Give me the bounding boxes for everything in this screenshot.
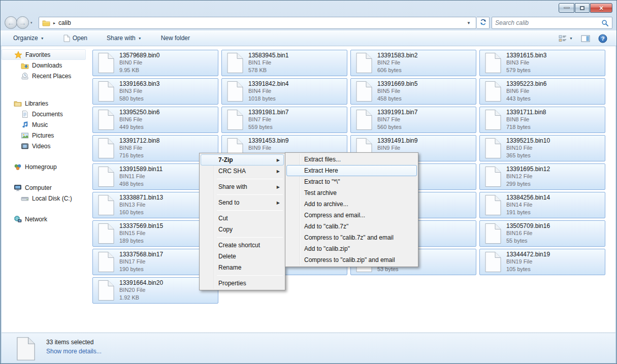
file-name: 13391491.bin9 xyxy=(377,137,417,144)
organize-button[interactable]: Organize▼ xyxy=(13,35,44,42)
file-tile-13391695-bin12[interactable]: 13391695.bin12BIN12 File299 bytes xyxy=(479,163,605,190)
search-input[interactable] xyxy=(495,18,601,28)
menu-item-cut[interactable]: Cut xyxy=(201,213,284,224)
sidebar-item-videos[interactable]: Videos xyxy=(2,141,86,151)
menu-item-crc-sha[interactable]: CRC SHA▶ xyxy=(201,166,284,177)
breadcrumb-arrow-icon[interactable]: ▸ xyxy=(53,21,55,25)
menu-item-copy[interactable]: Copy xyxy=(201,224,284,235)
back-button[interactable]: ← xyxy=(5,16,17,29)
sidebar-item-computer[interactable]: Computer xyxy=(2,182,86,193)
maximize-button[interactable] xyxy=(575,3,590,13)
submenu-item-add-to-calib-7z[interactable]: Add to "calib.7z" xyxy=(286,221,417,232)
submenu-item-compress-to-calib-7z-and-email[interactable]: Compress to "calib.7z" and email xyxy=(286,232,417,243)
new-folder-button[interactable]: New folder xyxy=(161,35,190,42)
file-icon xyxy=(484,223,502,246)
file-size: 9.95 KB xyxy=(119,67,139,73)
minimize-button[interactable] xyxy=(559,3,574,13)
file-tile-13583945-bin1[interactable]: 13583945.bin1BIN1 File578 KB xyxy=(221,50,347,76)
menu-item-rename[interactable]: Rename xyxy=(201,262,284,273)
submenu-item-extract-files[interactable]: Extract files... xyxy=(286,154,417,165)
sidebar-item-music[interactable]: Music xyxy=(2,119,86,130)
submenu-item-add-to-archive[interactable]: Add to archive... xyxy=(286,198,417,210)
sidebar-item-documents[interactable]: Documents xyxy=(2,109,86,119)
file-type: BIN16 File xyxy=(506,230,532,236)
submenu-item-test-archive[interactable]: Test archive xyxy=(286,187,417,198)
refresh-button[interactable] xyxy=(477,17,490,29)
title-bar[interactable]: × xyxy=(1,1,616,15)
file-type: BIN3 File xyxy=(506,59,529,65)
file-size: 443 bytes xyxy=(506,95,531,102)
share-with-button[interactable]: Share with▼ xyxy=(107,35,142,42)
file-tile-13391663-bin3[interactable]: 13391663.bin3BIN3 File580 bytes xyxy=(92,78,218,105)
submenu-item-label: Add to archive... xyxy=(304,201,348,208)
show-more-details-link[interactable]: Show more details... xyxy=(46,348,102,355)
breadcrumb[interactable]: calib xyxy=(58,19,71,26)
submenu-item-extract-to[interactable]: Extract to "*\" xyxy=(286,176,417,187)
menu-item-7-zip[interactable]: 7-Zip▶ xyxy=(201,154,284,166)
sidebar-item-local-disk-c[interactable]: Local Disk (C:) xyxy=(2,193,86,204)
file-name: 13391711.bin8 xyxy=(506,109,546,116)
submenu-arrow-icon: ▶ xyxy=(277,155,280,166)
file-type: BIN0 File xyxy=(119,59,142,65)
file-tile-13391842-bin4[interactable]: 13391842.bin4BIN4 File1018 bytes xyxy=(221,78,347,105)
sidebar-item-homegroup[interactable]: Homegroup xyxy=(2,161,86,172)
menu-item-label: Share with xyxy=(218,183,247,190)
preview-pane-button[interactable] xyxy=(581,35,590,43)
submenu-item-extract-here[interactable]: Extract Here xyxy=(286,165,417,176)
help-button[interactable]: ? xyxy=(598,34,607,43)
sidebar-item-recent-places[interactable]: Recent Places xyxy=(2,71,86,81)
sidebar-item-network[interactable]: Network xyxy=(2,214,86,224)
file-type: BIN5 File xyxy=(377,88,400,94)
address-bar[interactable]: ▸ calib ▼ xyxy=(39,17,476,29)
sidebar-item-downloads[interactable]: Downloads xyxy=(2,60,86,71)
menu-item-send-to[interactable]: Send to▶ xyxy=(201,197,284,208)
sidebar-item-label: Documents xyxy=(32,111,63,118)
file-tile-13391981-bin7[interactable]: 13391981.bin7BIN7 File559 bytes xyxy=(221,107,347,133)
file-tile-13395215-bin10[interactable]: 13395215.bin10BIN10 File365 bytes xyxy=(479,135,605,161)
file-tile-13395223-bin6[interactable]: 13395223.bin6BIN6 File443 bytes xyxy=(479,78,605,105)
file-type: BIN2 File xyxy=(377,59,400,65)
search-icon[interactable] xyxy=(601,19,609,27)
file-tile-13579689-bin0[interactable]: 13579689.bin0BIN0 File9.95 KB xyxy=(92,50,218,76)
svg-text:?: ? xyxy=(601,36,605,42)
file-tile-13344472-bin19[interactable]: 13344472.bin19BIN19 File105 bytes xyxy=(479,249,605,275)
submenu-item-add-to-calib-zip[interactable]: Add to "calib.zip" xyxy=(286,243,417,254)
submenu-item-compress-to-calib-zip-and-email[interactable]: Compress to "calib.zip" and email xyxy=(286,254,417,266)
refresh-icon xyxy=(479,18,487,28)
navigation-bar: ← → ▾ ▸ calib ▼ xyxy=(1,15,616,30)
sidebar-item-label: Favorites xyxy=(25,51,50,58)
sidebar-item-favorites[interactable]: Favorites xyxy=(2,49,86,60)
address-dropdown-icon[interactable]: ▼ xyxy=(464,19,474,27)
file-icon xyxy=(484,52,502,76)
sidebar-item-label: Homegroup xyxy=(25,163,57,171)
menu-item-share-with[interactable]: Share with▶ xyxy=(201,181,284,192)
file-tile-13395250-bin6[interactable]: 13395250.bin6BIN6 File449 bytes xyxy=(92,107,218,133)
sidebar-item-pictures[interactable]: Pictures xyxy=(2,130,86,141)
file-tile-13505709-bin16[interactable]: 13505709.bin16BIN16 File55 bytes xyxy=(479,220,605,247)
toolbar-right: ▼? xyxy=(550,30,607,46)
file-tile-13391711-bin8[interactable]: 13391711.bin8BIN8 File718 bytes xyxy=(479,107,605,133)
menu-item-delete[interactable]: Delete xyxy=(201,251,284,262)
menu-item-properties[interactable]: Properties xyxy=(201,278,284,289)
file-tile-13391669-bin5[interactable]: 13391669.bin5BIN5 File458 bytes xyxy=(350,78,476,105)
videos-icon xyxy=(21,142,29,150)
menu-item-label: Create shortcut xyxy=(218,242,260,249)
file-tile-13384256-bin14[interactable]: 13384256.bin14BIN14 File191 bytes xyxy=(479,192,605,218)
open-button[interactable]: Open xyxy=(63,35,87,42)
file-tile-13391615-bin3[interactable]: 13391615.bin3BIN3 File579 bytes xyxy=(479,50,605,76)
menu-item-create-shortcut[interactable]: Create shortcut xyxy=(201,240,284,251)
file-name: 13583945.bin1 xyxy=(248,52,288,59)
file-icon xyxy=(484,138,502,161)
file-tile-13391991-bin7[interactable]: 13391991.bin7BIN7 File560 bytes xyxy=(350,107,476,133)
sidebar-item-libraries[interactable]: Libraries xyxy=(2,98,86,109)
forward-button[interactable]: → xyxy=(16,16,29,29)
file-type: BIN9 File xyxy=(377,145,400,151)
submenu-item-label: Extract Here xyxy=(304,167,338,174)
history-dropdown-icon[interactable]: ▾ xyxy=(30,21,33,25)
file-size: 299 bytes xyxy=(506,181,531,187)
file-tile-13391583-bin2[interactable]: 13391583.bin2BIN2 File606 bytes xyxy=(350,50,476,76)
submenu-item-compress-and-email[interactable]: Compress and email... xyxy=(286,210,417,221)
file-type: BIN7 File xyxy=(248,116,271,122)
views-button[interactable]: ▼ xyxy=(559,35,573,43)
close-button[interactable]: × xyxy=(590,3,612,13)
